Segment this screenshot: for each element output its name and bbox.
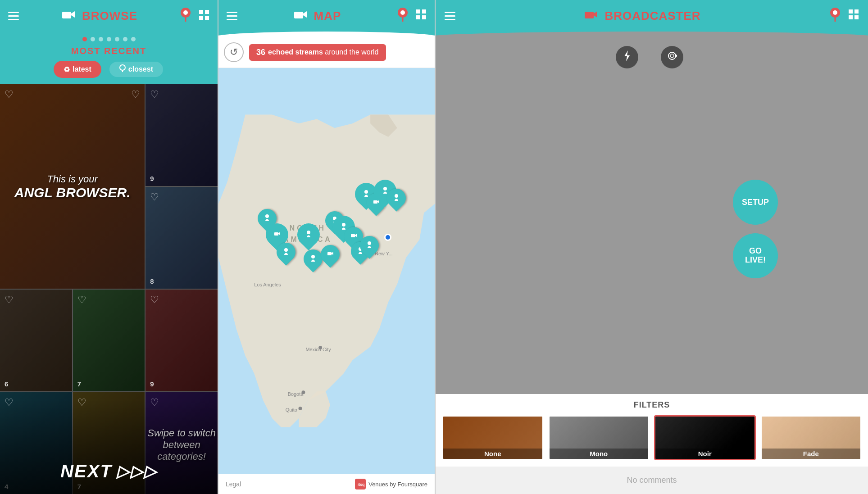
dot-7[interactable] (131, 37, 136, 41)
svg-point-35 (395, 194, 398, 198)
map-pin-3[interactable] (277, 243, 295, 262)
svg-rect-16 (422, 15, 426, 19)
dot-6[interactable] (123, 37, 127, 41)
svg-marker-24 (332, 252, 333, 255)
city-mexico-dot (318, 346, 322, 349)
map-pin-11[interactable] (360, 236, 379, 255)
svg-rect-23 (327, 252, 332, 255)
svg-marker-10 (303, 11, 307, 18)
filter-mono-label: Mono (550, 449, 649, 459)
svg-point-21 (307, 231, 310, 234)
browse-dots (0, 32, 218, 44)
cell-count-8: 7 (77, 380, 81, 388)
map-pin-15[interactable] (387, 189, 406, 208)
svg-text:4sq: 4sq (358, 482, 364, 487)
browse-camera-icon[interactable] (61, 9, 75, 22)
latest-filter-btn[interactable]: ♻ latest (54, 61, 101, 78)
map-camera-icon[interactable] (293, 9, 307, 22)
map-pin-5[interactable] (304, 249, 323, 268)
flash-btn[interactable] (616, 46, 638, 68)
overlay-text-4: between categories! (145, 439, 218, 462)
foursquare-badge: 4sq Venues by Foursquare (355, 479, 427, 489)
legal-link[interactable]: Legal (226, 480, 241, 488)
broadcaster-grid-icon[interactable] (848, 9, 859, 23)
cell-count-7: 6 (5, 380, 8, 388)
cell-heart-10[interactable]: ♡ (5, 397, 14, 408)
closest-icon (119, 64, 126, 74)
map-panel: MAP ↺ (218, 0, 436, 494)
cell-count-10: 4 (5, 483, 8, 490)
svg-point-48 (670, 54, 674, 58)
grid-cell-6[interactable]: ♡ 8 (145, 187, 218, 289)
cell-heart-8[interactable]: ♡ (77, 294, 86, 306)
browse-filter-bar: ♻ latest closest (0, 61, 218, 84)
filter-noir[interactable]: Noir (654, 415, 756, 460)
map-view[interactable]: NORTH AMERICA Los Angeles Tor... New Y..… (218, 68, 435, 474)
svg-point-20 (284, 248, 288, 252)
filters-section: FILTERS None Mono Noir Fade (436, 394, 868, 467)
svg-rect-14 (422, 9, 426, 14)
cell-count-11: 7 (77, 483, 81, 490)
cell-heart-7[interactable]: ♡ (5, 294, 14, 306)
golive-btn[interactable]: GO LIVE! (733, 233, 778, 278)
cell-heart-1[interactable]: ♡ (5, 89, 14, 100)
svg-rect-27 (351, 234, 355, 237)
overlay-text-3: Swipe to switch (147, 427, 216, 439)
city-bogota-dot (301, 390, 305, 394)
latest-icon: ♻ (64, 65, 70, 74)
grid-cell-7[interactable]: ♡ 6 (0, 290, 72, 391)
svg-marker-19 (278, 232, 280, 235)
broadcaster-menu-icon[interactable] (445, 12, 455, 20)
setup-btn[interactable]: SETUP (733, 180, 778, 225)
grid-cell-8[interactable]: ♡ 7 (73, 290, 145, 391)
grid-cell-9[interactable]: ♡ 9 (145, 290, 218, 391)
cell-count-9: 9 (150, 380, 154, 388)
grid-cell-1[interactable]: This is your ANGL BROWSER. ♡ ♡ (0, 84, 145, 289)
closest-label: closest (128, 65, 153, 73)
cell-heart-9[interactable]: ♡ (150, 294, 159, 306)
cell-heart-right-1[interactable]: ♡ (131, 89, 140, 100)
map-pin-6[interactable] (321, 245, 340, 264)
flip-icon (667, 51, 677, 63)
dot-3[interactable] (99, 37, 103, 41)
map-grid-icon[interactable] (416, 9, 427, 23)
camera-preview: SETUP GO LIVE! (436, 37, 868, 394)
grid-cell-11[interactable]: ♡ 7 (73, 392, 145, 494)
svg-rect-9 (294, 12, 303, 18)
cell-heart-3[interactable]: ♡ (150, 89, 159, 100)
filter-none[interactable]: None (442, 415, 544, 460)
map-pin-icon[interactable] (397, 7, 409, 25)
closest-filter-btn[interactable]: closest (109, 61, 164, 78)
map-refresh-btn[interactable]: ↺ (224, 42, 244, 62)
grid-cell-3[interactable]: ♡ 9 (145, 84, 218, 186)
dot-4[interactable] (107, 37, 111, 41)
svg-rect-4 (199, 10, 203, 14)
dot-2[interactable] (91, 37, 95, 41)
flip-btn[interactable] (661, 46, 683, 68)
grid-cell-10[interactable]: ♡ 4 (0, 392, 72, 494)
browse-grid-icon[interactable] (199, 9, 209, 23)
grid-cell-12[interactable]: Swipe to switch between categories! ♡ (145, 392, 218, 494)
browse-menu-icon[interactable] (8, 12, 19, 20)
browse-nav-left (8, 12, 19, 20)
browse-pin-icon[interactable] (180, 7, 191, 25)
filter-fade-label: Fade (762, 449, 861, 459)
cell-heart-6[interactable]: ♡ (150, 191, 159, 203)
broadcaster-pin-icon[interactable] (829, 7, 841, 25)
filter-mono[interactable]: Mono (548, 415, 650, 460)
dot-5[interactable] (115, 37, 119, 41)
svg-rect-7 (205, 16, 209, 20)
map-pin-4[interactable] (297, 223, 320, 246)
svg-rect-13 (416, 9, 420, 14)
dot-1[interactable] (82, 37, 87, 41)
map-nav-right (397, 7, 427, 25)
map-menu-icon[interactable] (227, 12, 237, 20)
filter-fade[interactable]: Fade (760, 415, 862, 460)
filter-none-label: None (443, 449, 542, 459)
svg-rect-42 (849, 9, 853, 14)
broadcaster-camera-icon[interactable] (584, 9, 597, 22)
cell-heart-11[interactable]: ♡ (77, 397, 86, 408)
city-bogota: Bogota (288, 391, 304, 397)
map-navbar: MAP (218, 0, 435, 32)
filters-row: None Mono Noir Fade (442, 415, 862, 460)
